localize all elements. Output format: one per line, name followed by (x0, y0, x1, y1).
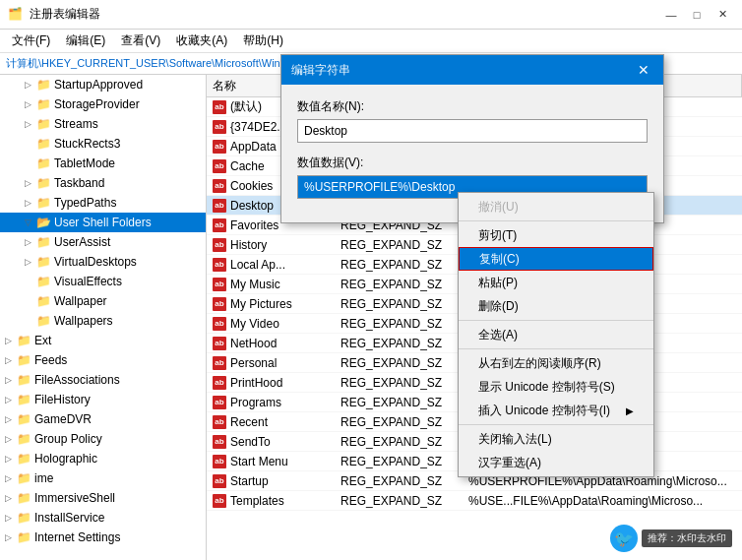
ctx-cut[interactable]: 剪切(T) (459, 223, 653, 247)
ctx-kanji[interactable]: 汉字重选(A) (459, 451, 653, 474)
dialog-close-button[interactable]: ✕ (634, 60, 653, 80)
ctx-copy[interactable]: 复制(C) (459, 247, 653, 271)
ctx-submenu-arrow: ▶ (626, 405, 634, 416)
ctx-separator-1 (459, 220, 653, 221)
ctx-separator-2 (459, 320, 653, 321)
dialog-overlay: 编辑字符串 ✕ 数值名称(N): 数值数据(V): 撤消(U) 剪切(T) 复制… (0, 0, 742, 560)
dialog-title-bar: 编辑字符串 ✕ (281, 55, 663, 85)
ctx-delete[interactable]: 删除(D) (459, 294, 653, 318)
ctx-paste[interactable]: 粘贴(P) (459, 271, 653, 294)
watermark-text: 推荐：水印去水印 (642, 529, 732, 547)
ctx-rtl[interactable]: 从右到左的阅读顺序(R) (459, 351, 653, 375)
ctx-separator-3 (459, 348, 653, 349)
ctx-selectall[interactable]: 全选(A) (459, 323, 653, 346)
dialog-name-input[interactable] (297, 119, 648, 143)
dialog-title-text: 编辑字符串 (291, 62, 350, 79)
ctx-show-unicode[interactable]: 显示 Unicode 控制符号(S) (459, 375, 653, 399)
dialog-data-label: 数值数据(V): (297, 155, 648, 171)
watermark: 🐦 推荐：水印去水印 (610, 525, 732, 552)
ctx-undo[interactable]: 撤消(U) (459, 195, 653, 218)
ctx-close-ime[interactable]: 关闭输入法(L) (459, 427, 653, 451)
twitter-icon: 🐦 (610, 525, 638, 552)
ctx-separator-4 (459, 424, 653, 425)
context-menu: 撤消(U) 剪切(T) 复制(C) 粘贴(P) 删除(D) 全选(A) 从右到左… (458, 192, 654, 477)
ctx-insert-unicode[interactable]: 插入 Unicode 控制符号(I) ▶ (459, 399, 653, 422)
dialog-name-label: 数值名称(N): (297, 98, 648, 115)
